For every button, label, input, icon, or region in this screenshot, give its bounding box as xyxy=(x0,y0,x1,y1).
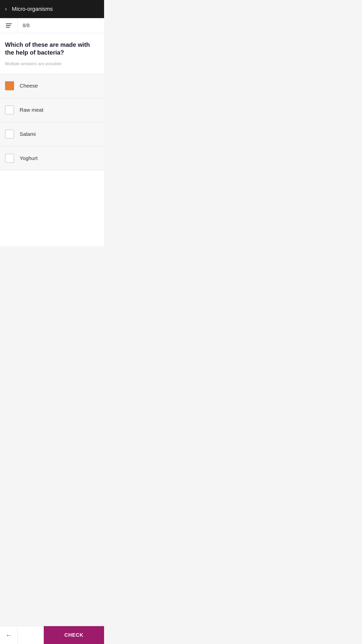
header-title: Micro-organisms xyxy=(12,6,53,12)
option-label-cheese: Cheese xyxy=(20,83,38,89)
question-text: Which of these are made with the help of… xyxy=(5,41,99,56)
checkbox-cheese[interactable] xyxy=(5,81,14,90)
option-label-yoghurt: Yoghurt xyxy=(20,155,38,161)
option-raw-meat[interactable]: Raw meat xyxy=(0,98,104,122)
checkbox-salami[interactable] xyxy=(5,130,14,139)
sub-header: 8/8 xyxy=(0,18,104,33)
menu-icon xyxy=(6,23,12,28)
content-spacer xyxy=(0,171,104,246)
options-container: Cheese Raw meat Salami Yoghurt xyxy=(0,74,104,170)
app-header: ‹ Micro-organisms xyxy=(0,0,104,18)
option-cheese[interactable]: Cheese xyxy=(0,74,104,98)
checkbox-yoghurt[interactable] xyxy=(5,154,14,163)
page-counter: 8/8 xyxy=(23,23,30,28)
option-salami[interactable]: Salami xyxy=(0,122,104,146)
checkbox-raw-meat[interactable] xyxy=(5,105,14,114)
header-back-button[interactable]: ‹ xyxy=(5,6,7,12)
multiple-answers-hint: Multiple answers are possible: xyxy=(5,61,99,66)
option-label-salami: Salami xyxy=(20,131,36,137)
main-content: Which of these are made with the help of… xyxy=(0,33,104,74)
option-yoghurt[interactable]: Yoghurt xyxy=(0,146,104,170)
option-label-raw-meat: Raw meat xyxy=(20,107,43,113)
menu-icon-button[interactable] xyxy=(0,18,18,33)
